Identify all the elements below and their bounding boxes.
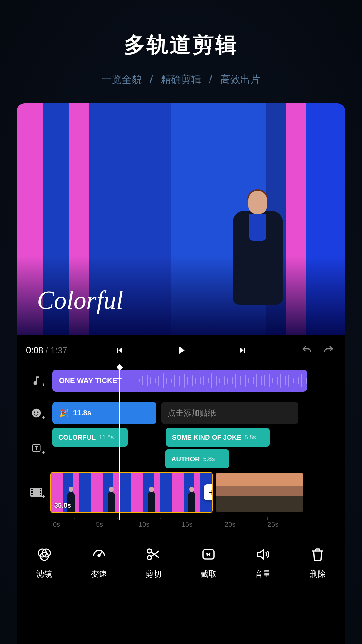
skip-next-icon <box>238 345 247 355</box>
subtitle-a: 一览全貌 <box>99 74 144 85</box>
subtitle-sep2: / <box>206 74 215 85</box>
sticker-clip[interactable]: 🎉 11.8s <box>52 402 156 424</box>
editor-frame: Colorful 0:08 / 1:37 <box>17 103 345 644</box>
sticker-emoji: 🎉 <box>59 408 69 418</box>
next-button[interactable] <box>235 343 250 358</box>
subtitle-sep1: / <box>147 74 155 85</box>
text-clip-duration: 11.8s <box>99 434 114 441</box>
ruler-tick: 25s <box>267 521 310 528</box>
add-clip-after-button[interactable]: + <box>204 484 212 500</box>
ruler-tick: 10s <box>139 521 182 528</box>
video-preview[interactable]: Colorful <box>17 103 345 335</box>
cut-button[interactable]: 剪切 <box>132 545 175 579</box>
tool-label: 滤镜 <box>36 569 52 579</box>
add-video-button[interactable]: + <box>26 484 46 501</box>
redo-button[interactable] <box>321 343 336 358</box>
play-icon <box>175 344 187 357</box>
add-sticker-hint[interactable]: 点击添加贴纸 <box>161 402 298 424</box>
time-current: 0:08 <box>26 345 43 355</box>
tool-label: 删除 <box>310 569 326 579</box>
svg-rect-7 <box>31 494 33 496</box>
text-track: + COLORFUL 11.8s SOME KIND OF JOKE 5.8s <box>17 432 345 464</box>
trash-icon <box>308 545 327 564</box>
music-note-icon <box>31 375 42 386</box>
preview-figure <box>229 191 286 335</box>
play-button[interactable] <box>174 343 188 358</box>
add-music-button[interactable]: + <box>26 372 46 389</box>
ruler-tick: 20s <box>225 521 267 528</box>
svg-point-15 <box>147 549 152 553</box>
svg-point-1 <box>34 411 35 413</box>
subtitle-b: 精确剪辑 <box>158 74 204 85</box>
speed-button[interactable]: 变速 <box>77 545 121 579</box>
waveform-icon <box>139 370 307 392</box>
sticker-duration: 11.8s <box>73 409 92 417</box>
video-clip-1[interactable]: + 35.8s + <box>51 473 212 512</box>
crop-icon <box>199 545 218 564</box>
svg-rect-9 <box>40 491 42 493</box>
video-clip-duration: 35.8s <box>54 502 71 509</box>
volume-button[interactable]: 音量 <box>241 545 285 579</box>
text-icon <box>31 443 41 453</box>
video-clip-2[interactable] <box>216 473 303 512</box>
text-clip-colorful[interactable]: COLORFUL 11.8s <box>52 428 128 447</box>
filmstrip-icon <box>30 488 42 497</box>
text-clip-label: COLORFUL <box>58 434 96 441</box>
tool-label: 音量 <box>255 569 271 579</box>
filter-button[interactable]: 滤镜 <box>22 545 66 579</box>
text-clip-label: AUTHOR <box>171 455 200 463</box>
text-clip-label: SOME KIND OF JOKE <box>172 434 241 441</box>
text-clip-duration: 5.8s <box>203 455 215 463</box>
bottom-toolbar: 滤镜 变速 剪切 截取 音量 删除 <box>17 536 345 591</box>
timeline-tracks: + ONE WAY TICKET + 🎉 11.8s 点击添加贴纸 <box>17 366 345 536</box>
speed-icon <box>89 545 108 564</box>
ruler-tick: 15s <box>182 521 225 528</box>
undo-icon <box>300 344 314 356</box>
add-text-button[interactable]: + <box>26 439 46 457</box>
time-total: 1:37 <box>50 345 67 355</box>
subtitle: 一览全貌 / 精确剪辑 / 高效出片 <box>0 73 362 87</box>
scissors-icon <box>144 545 163 564</box>
text-clip-duration: 5.8s <box>245 434 256 441</box>
tool-label: 剪切 <box>145 569 162 579</box>
marketing-header: 多轨道剪辑 <box>0 0 362 73</box>
text-clip-author[interactable]: AUTHOR 5.8s <box>165 449 229 468</box>
delete-button[interactable]: 删除 <box>296 545 340 579</box>
redo-icon <box>322 344 335 356</box>
plus-icon: + <box>42 494 45 500</box>
music-track: + ONE WAY TICKET <box>17 368 345 394</box>
svg-point-2 <box>37 411 39 413</box>
svg-point-14 <box>98 555 100 557</box>
svg-rect-6 <box>31 491 33 493</box>
tool-label: 变速 <box>91 569 107 579</box>
crop-button[interactable]: 截取 <box>187 545 230 579</box>
ruler-tick: 0s <box>53 521 96 528</box>
svg-point-16 <box>147 556 152 560</box>
plus-icon: + <box>42 449 45 455</box>
svg-rect-10 <box>40 494 42 496</box>
filter-icon <box>35 545 54 564</box>
sticker-track: + 🎉 11.8s 点击添加贴纸 <box>17 400 345 426</box>
add-sticker-button[interactable]: + <box>26 404 46 422</box>
preview-overlay-text: Colorful <box>37 285 123 315</box>
transport-bar: 0:08 / 1:37 <box>17 335 345 366</box>
page-title: 多轨道剪辑 <box>0 30 362 59</box>
svg-rect-8 <box>40 489 42 491</box>
video-track: + + 35.8s + <box>17 470 345 515</box>
timecode: 0:08 / 1:37 <box>26 345 67 356</box>
tool-label: 截取 <box>200 569 217 579</box>
music-clip-label: ONE WAY TICKET <box>59 376 122 385</box>
undo-button[interactable] <box>300 343 314 358</box>
svg-rect-5 <box>31 489 33 491</box>
volume-icon <box>254 545 273 564</box>
emoji-icon <box>31 408 42 418</box>
previous-button[interactable] <box>112 343 127 358</box>
text-clip-joke[interactable]: SOME KIND OF JOKE 5.8s <box>166 428 270 447</box>
skip-previous-icon <box>115 345 124 355</box>
plus-icon: + <box>42 414 45 420</box>
time-ruler[interactable]: 0s 5s 10s 15s 20s 25s <box>53 521 345 532</box>
subtitle-c: 高效出片 <box>218 74 263 85</box>
plus-icon: + <box>42 382 45 388</box>
ruler-tick: 5s <box>96 521 139 528</box>
music-clip[interactable]: ONE WAY TICKET <box>52 370 307 392</box>
